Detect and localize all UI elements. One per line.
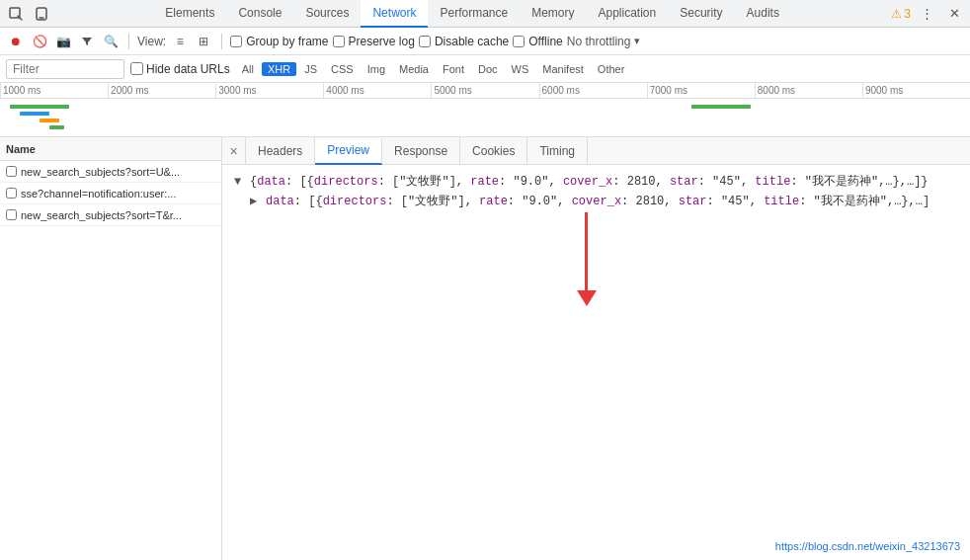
timeline-bar-2 [691,105,751,109]
timeline: 1000 ms 2000 ms 3000 ms 4000 ms 5000 ms … [0,83,970,137]
preview-text-1: {data: [{directors: ["文牧野"], rate: "9.0"… [250,173,929,192]
arrow-line [585,212,588,291]
filter-input[interactable] [6,59,124,79]
detail-panel: × Headers Preview Response Cookies Timin… [222,137,970,560]
hide-urls-checkbox[interactable]: Hide data URLs [130,62,230,76]
tab-security[interactable]: Security [668,0,734,28]
expand-arrow-2[interactable]: ▶ [250,193,262,211]
arrow-head [577,290,597,306]
preview-line-2: ▶ data: [{directors: ["文牧野"], rate: "9.0… [234,193,958,212]
expand-arrow-1[interactable]: ▼ [234,173,246,192]
request-list-header: Name [0,137,221,161]
tab-timing[interactable]: Timing [527,137,588,164]
preview-text-2: data: [{directors: ["文牧野"], rate: "9.0",… [266,193,930,211]
tick-7: 7000 ms [647,83,755,98]
devtools-tab-bar: Elements Console Sources Network Perform… [0,0,970,28]
tab-elements[interactable]: Elements [153,0,226,28]
list-view-icon[interactable]: ≡ [170,32,190,51]
tab-audits[interactable]: Audits [735,0,791,28]
tick-9: 9000 ms [862,83,970,98]
timeline-ruler: 1000 ms 2000 ms 3000 ms 4000 ms 5000 ms … [0,83,970,99]
separator-2 [221,34,222,49]
more-options-icon[interactable]: ⋮ [915,2,938,26]
tick-1: 1000 ms [0,83,108,98]
tab-cookies[interactable]: Cookies [460,137,527,164]
ftype-xhr[interactable]: XHR [262,62,296,76]
offline-checkbox[interactable]: Offline [513,35,562,48]
capture-screenshot-button[interactable]: 📷 [53,32,73,51]
inspect-icon[interactable] [4,2,28,26]
request-checkbox-1[interactable] [6,166,17,177]
separator-1 [128,34,129,49]
preview-content: ▼ {data: [{directors: ["文牧野"], rate: "9.… [222,165,970,560]
request-name-1: new_search_subjects?sort=U&... [21,166,215,178]
tab-network[interactable]: Network [361,0,428,28]
ftype-manifest[interactable]: Manifest [536,62,590,76]
tick-8: 8000 ms [755,83,862,98]
filter-icon[interactable] [77,32,97,51]
request-name-3: new_search_subjects?sort=T&r... [21,209,215,221]
tick-3: 3000 ms [215,83,323,98]
timeline-bars [0,99,970,137]
tab-response[interactable]: Response [382,137,460,164]
tab-headers[interactable]: Headers [246,137,315,164]
timeline-bar-1d [49,125,64,129]
filter-row: Hide data URLs All XHR JS CSS Img Media … [0,55,970,83]
annotation-area [234,212,958,331]
group-by-frame-checkbox[interactable]: Group by frame [230,35,328,48]
ftype-js[interactable]: JS [298,62,323,76]
ftype-all[interactable]: All [236,62,260,76]
list-item[interactable]: new_search_subjects?sort=U&... [0,161,221,183]
view-label: View: [137,35,166,48]
main-tab-list: Elements Console Sources Network Perform… [153,0,791,28]
preserve-log-checkbox[interactable]: Preserve log [333,35,415,48]
throttle-label: No throttling [567,35,631,48]
warning-badge: ⚠ 3 [891,7,911,21]
ftype-ws[interactable]: WS [506,62,535,76]
request-checkbox-2[interactable] [6,188,17,199]
list-item[interactable]: new_search_subjects?sort=T&r... [0,204,221,226]
devtools-left-icons [4,2,53,26]
tick-4: 4000 ms [323,83,431,98]
request-checkbox-3[interactable] [6,209,17,220]
red-arrow-annotation [577,212,597,306]
network-toolbar: ⏺ 🚫 📷 🔍 View: ≡ ⊞ Group by frame Preserv… [0,28,970,55]
tick-2: 2000 ms [108,83,215,98]
ftype-media[interactable]: Media [393,62,435,76]
close-devtools-icon[interactable]: ✕ [942,2,966,26]
mobile-icon[interactable] [30,2,53,26]
ftype-css[interactable]: CSS [325,62,360,76]
disable-cache-checkbox[interactable]: Disable cache [419,35,509,48]
tab-application[interactable]: Application [587,0,669,28]
preview-line-1: ▼ {data: [{directors: ["文牧野"], rate: "9.… [234,173,958,193]
detail-close-button[interactable]: × [222,137,246,164]
list-item[interactable]: sse?channel=notification:user:... [0,183,221,204]
clear-button[interactable]: 🚫 [30,32,49,51]
tab-performance[interactable]: Performance [428,0,520,28]
request-list: Name new_search_subjects?sort=U&... sse?… [0,137,222,560]
filter-type-buttons: All XHR JS CSS Img Media Font Doc WS Man… [236,62,631,76]
record-button[interactable]: ⏺ [6,32,26,51]
ftype-font[interactable]: Font [437,62,470,76]
tab-sources[interactable]: Sources [293,0,361,28]
throttle-dropdown-icon[interactable]: ▾ [634,35,640,47]
timeline-bar-1 [10,105,69,109]
ftype-doc[interactable]: Doc [472,62,504,76]
devtools-right-icons: ⚠ 3 ⋮ ✕ [891,2,966,26]
tick-6: 6000 ms [539,83,647,98]
tab-memory[interactable]: Memory [520,0,586,28]
main-area: Name new_search_subjects?sort=U&... sse?… [0,137,970,560]
ftype-img[interactable]: Img [362,62,391,76]
tab-console[interactable]: Console [226,0,293,28]
timeline-bar-1c [40,119,59,122]
timeline-bar-1b [20,112,49,116]
ftype-other[interactable]: Other [592,62,631,76]
tick-5: 5000 ms [431,83,538,98]
tab-preview[interactable]: Preview [315,138,382,165]
detail-tab-bar: × Headers Preview Response Cookies Timin… [222,137,970,165]
grid-view-icon[interactable]: ⊞ [194,32,213,51]
search-button[interactable]: 🔍 [101,32,121,51]
request-name-2: sse?channel=notification:user:... [21,188,215,200]
